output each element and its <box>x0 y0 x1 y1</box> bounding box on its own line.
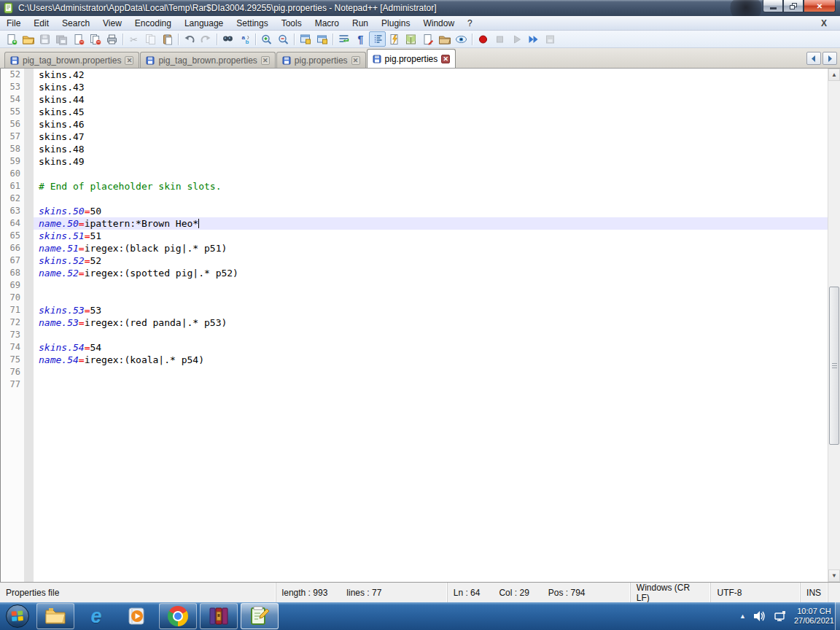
minimize-button[interactable] <box>763 0 783 12</box>
menu-item-[interactable]: ? <box>461 17 479 30</box>
code-line-current[interactable]: 64name.50=ipattern:*Brown Heo* <box>1 217 828 230</box>
code-line[interactable]: 60 <box>1 168 828 180</box>
taskbar-item-chrome[interactable] <box>159 603 197 629</box>
tab-1-pig-tag-brown-properties[interactable]: pig_tag_brown.properties✕ <box>4 52 139 68</box>
status-lines: lines : 77 <box>346 588 381 598</box>
scrollbar-track[interactable] <box>828 81 840 569</box>
restore-button[interactable] <box>783 0 804 12</box>
folder-as-workspace-button[interactable] <box>436 31 453 47</box>
menu-item-search[interactable]: Search <box>55 17 96 30</box>
status-insert-mode[interactable]: INS <box>806 588 821 598</box>
macro-run-multiple-button[interactable] <box>525 31 542 47</box>
menu-item-macro[interactable]: Macro <box>308 17 346 30</box>
code-line[interactable]: 76 <box>1 366 828 378</box>
code-line[interactable]: 72name.53=iregex:(red panda|.* p53) <box>1 316 828 329</box>
start-button[interactable] <box>0 602 35 630</box>
print-button[interactable] <box>104 31 120 47</box>
doc-switcher-button[interactable] <box>419 31 436 47</box>
macro-record-icon <box>477 34 489 45</box>
word-wrap-button[interactable] <box>335 31 352 47</box>
find-button[interactable] <box>219 31 236 47</box>
taskbar-item-winrar[interactable] <box>200 603 238 629</box>
code-line[interactable]: 59skins.49 <box>1 155 828 168</box>
close-button[interactable]: ✕ <box>804 0 836 12</box>
tab-4-pig-properties[interactable]: pig.properties✕ <box>367 49 456 68</box>
code-line[interactable]: 71skins.53=53 <box>1 304 828 316</box>
menubar-close-button[interactable]: X <box>821 18 827 28</box>
show-desktop-button[interactable] <box>835 602 840 630</box>
code-line[interactable]: 73 <box>1 329 828 341</box>
code-line[interactable]: 57skins.47 <box>1 131 828 143</box>
undo-button[interactable] <box>181 31 198 47</box>
network-icon[interactable] <box>774 610 787 622</box>
code-view[interactable]: 52skins.4253skins.4354skins.4455skins.45… <box>1 69 828 582</box>
tab-scroll-right-button[interactable] <box>822 52 837 65</box>
doc-map-button[interactable] <box>402 31 419 47</box>
tab-3-pig-properties[interactable]: pig.properties✕ <box>276 52 366 68</box>
open-file-button[interactable] <box>20 31 36 47</box>
taskbar-item-explorer[interactable] <box>36 603 74 629</box>
close-file-button[interactable]: − <box>70 31 87 47</box>
close-all-button[interactable]: − <box>87 31 104 47</box>
replace-button[interactable]: ab <box>236 31 253 47</box>
menu-item-view[interactable]: View <box>96 17 128 30</box>
code-line[interactable]: 70 <box>1 292 828 304</box>
new-file-button[interactable]: + <box>3 31 20 47</box>
code-line[interactable]: 74skins.54=54 <box>1 341 828 354</box>
show-indent-guide-button[interactable] <box>369 31 386 47</box>
code-line[interactable]: 54skins.44 <box>1 93 828 106</box>
paste-button[interactable] <box>159 31 176 47</box>
scroll-down-button[interactable]: ▼ <box>828 569 840 582</box>
scroll-up-button[interactable]: ▲ <box>828 69 840 81</box>
taskbar-clock[interactable]: 10:07 CH 27/06/2021 <box>794 607 834 626</box>
code-line[interactable]: 55skins.45 <box>1 106 828 118</box>
menu-item-settings[interactable]: Settings <box>230 17 274 30</box>
scrollbar-thumb[interactable] <box>829 287 839 445</box>
menu-item-plugins[interactable]: Plugins <box>375 17 416 30</box>
zoom-in-button[interactable] <box>258 31 275 47</box>
code-line[interactable]: 77 <box>1 378 828 391</box>
speaker-icon[interactable] <box>753 610 766 622</box>
menu-item-encoding[interactable]: Encoding <box>128 17 178 30</box>
menu-item-language[interactable]: Language <box>178 17 230 30</box>
code-line[interactable]: 62 <box>1 192 828 205</box>
function-list-button[interactable] <box>386 31 402 47</box>
menu-item-run[interactable]: Run <box>346 17 375 30</box>
monitoring-button[interactable] <box>453 31 470 47</box>
zoom-out-button[interactable] <box>275 31 292 47</box>
code-line[interactable]: 66name.51=iregex:(black pig|.* p51) <box>1 242 828 254</box>
code-line[interactable]: 63skins.50=50 <box>1 205 828 217</box>
menu-item-edit[interactable]: Edit <box>27 17 55 30</box>
taskbar-item-notepad-plus-plus[interactable] <box>241 603 279 629</box>
code-line[interactable]: 61# End of placeholder skin slots. <box>1 180 828 192</box>
tab-close-icon[interactable]: ✕ <box>441 55 450 63</box>
code-line[interactable]: 52skins.42 <box>1 69 828 81</box>
code-line[interactable]: 75name.54=iregex:(koala|.* p54) <box>1 354 828 366</box>
status-encoding[interactable]: UTF-8 <box>717 588 742 598</box>
code-line[interactable]: 68name.52=iregex:(spotted pig|.* p52) <box>1 267 828 279</box>
code-line[interactable]: 65skins.51=51 <box>1 230 828 242</box>
tab-close-icon[interactable]: ✕ <box>125 56 133 65</box>
system-tray: ▲ 10:07 CH 27/06/2021 <box>739 602 834 630</box>
vertical-scrollbar[interactable]: ▲ ▼ <box>828 69 840 582</box>
code-line[interactable]: 56skins.46 <box>1 118 828 131</box>
code-line[interactable]: 67skins.52=52 <box>1 254 828 267</box>
code-line[interactable]: 69 <box>1 279 828 292</box>
taskbar-item-media-player[interactable] <box>118 603 156 629</box>
macro-record-button[interactable] <box>475 31 491 47</box>
menu-item-tools[interactable]: Tools <box>275 17 308 30</box>
show-all-chars-button[interactable]: ¶ <box>352 31 369 47</box>
sync-horizontal-button[interactable] <box>314 31 330 47</box>
tab-close-icon[interactable]: ✕ <box>351 56 360 65</box>
status-eol[interactable]: Windows (CR LF) <box>637 583 705 603</box>
code-line[interactable]: 58skins.48 <box>1 143 828 155</box>
tab-scroll-left-button[interactable] <box>806 52 821 65</box>
tray-expand-arrow-icon[interactable]: ▲ <box>739 612 746 620</box>
tab-close-icon[interactable]: ✕ <box>261 56 270 65</box>
menu-item-file[interactable]: File <box>0 17 27 30</box>
sync-vertical-button[interactable] <box>297 31 314 47</box>
menu-item-window[interactable]: Window <box>416 17 461 30</box>
tab-2-pig-tag-brown-properties[interactable]: pig_tag_brown.properties✕ <box>140 52 275 68</box>
taskbar-item-internet-explorer[interactable]: e <box>77 603 115 629</box>
code-line[interactable]: 53skins.43 <box>1 81 828 93</box>
